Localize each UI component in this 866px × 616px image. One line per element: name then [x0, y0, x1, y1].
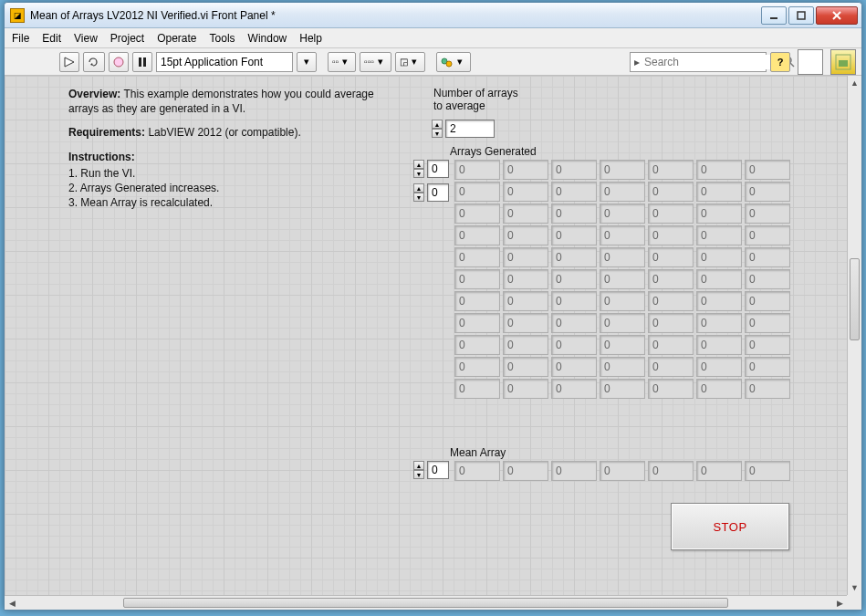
scroll-right-icon[interactable]: ▶: [832, 596, 847, 610]
scroll-up-icon[interactable]: ▲: [848, 76, 861, 90]
arrays-gen-cell[interactable]: 0: [648, 357, 694, 377]
mean-array-grid[interactable]: 0000000: [452, 459, 793, 483]
arrays-gen-cell[interactable]: 0: [648, 225, 694, 245]
arrays-gen-cell[interactable]: 0: [551, 269, 597, 289]
arrays-gen-cell[interactable]: 0: [696, 225, 742, 245]
arrays-gen-cell[interactable]: 0: [648, 313, 694, 333]
stop-button[interactable]: STOP: [671, 503, 789, 550]
search-box[interactable]: ▸: [630, 52, 767, 72]
resize-button[interactable]: ◲▾: [395, 52, 425, 72]
arrays-gen-cell[interactable]: 0: [600, 291, 645, 311]
arrays-gen-cell[interactable]: 0: [745, 313, 790, 333]
vi-icon[interactable]: [830, 49, 856, 75]
mean-cell[interactable]: 0: [745, 461, 790, 481]
arrays-gen-cell[interactable]: 0: [600, 225, 645, 245]
arrays-gen-cell[interactable]: 0: [503, 182, 548, 202]
arrays-gen-cell[interactable]: 0: [648, 160, 694, 180]
arrays-gen-cell[interactable]: 0: [600, 204, 645, 224]
arrays-gen-cell[interactable]: 0: [551, 357, 597, 377]
mean-cell[interactable]: 0: [454, 461, 500, 481]
scroll-down-icon[interactable]: ▼: [848, 580, 861, 595]
titlebar[interactable]: ◪ Mean of Arrays LV2012 NI Verified.vi F…: [5, 3, 861, 28]
front-panel[interactable]: Overview: This example demonstrates how …: [5, 76, 861, 610]
vertical-scrollbar[interactable]: ▲ ▼: [847, 76, 861, 595]
arrays-gen-cell[interactable]: 0: [551, 291, 597, 311]
arrays-gen-cell[interactable]: 0: [454, 313, 500, 333]
arrays-gen-cell[interactable]: 0: [551, 225, 597, 245]
arrays-gen-cell[interactable]: 0: [696, 291, 742, 311]
arrays-gen-cell[interactable]: 0: [551, 182, 597, 202]
arrays-gen-cell[interactable]: 0: [503, 269, 548, 289]
help-button[interactable]: ?: [770, 52, 790, 72]
close-button[interactable]: [816, 6, 858, 25]
arrays-gen-cell[interactable]: 0: [551, 313, 597, 333]
menu-edit[interactable]: Edit: [42, 32, 61, 45]
vi-icon-plain[interactable]: [798, 49, 823, 75]
arrays-gen-cell[interactable]: 0: [745, 291, 790, 311]
font-selector[interactable]: 15pt Application Font: [156, 52, 293, 72]
arrays-gen-cell[interactable]: 0: [600, 182, 645, 202]
menu-help[interactable]: Help: [299, 32, 322, 45]
menu-tools[interactable]: Tools: [210, 32, 235, 45]
arrays-gen-cell[interactable]: 0: [600, 160, 645, 180]
arrays-gen-cell[interactable]: 0: [454, 225, 500, 245]
arrays-gen-cell[interactable]: 0: [696, 379, 742, 399]
mean-cell[interactable]: 0: [648, 461, 694, 481]
arrays-gen-cell[interactable]: 0: [551, 247, 597, 267]
arrays-gen-cell[interactable]: 0: [696, 182, 742, 202]
arrays-gen-cell[interactable]: 0: [454, 204, 500, 224]
arrays-gen-cell[interactable]: 0: [745, 160, 790, 180]
search-input[interactable]: [642, 55, 783, 69]
arrays-gen-cell[interactable]: 0: [600, 247, 645, 267]
arrays-gen-cell[interactable]: 0: [745, 357, 790, 377]
arrays-gen-row-index[interactable]: ▲▼ 0: [413, 160, 449, 178]
arrays-gen-cell[interactable]: 0: [696, 204, 742, 224]
arrays-gen-cell[interactable]: 0: [696, 269, 742, 289]
horizontal-scrollbar[interactable]: ◀ ▶: [5, 595, 847, 610]
menu-project[interactable]: Project: [110, 32, 144, 45]
arrays-gen-cell[interactable]: 0: [551, 160, 597, 180]
menu-file[interactable]: File: [12, 32, 29, 45]
mean-cell[interactable]: 0: [551, 461, 597, 481]
arrays-gen-cell[interactable]: 0: [503, 225, 548, 245]
arrays-gen-cell[interactable]: 0: [454, 291, 500, 311]
arrays-gen-cell[interactable]: 0: [745, 335, 790, 355]
arrays-gen-cell[interactable]: 0: [745, 225, 790, 245]
arrays-gen-cell[interactable]: 0: [503, 291, 548, 311]
arrays-gen-cell[interactable]: 0: [745, 204, 790, 224]
mean-cell[interactable]: 0: [696, 461, 742, 481]
arrays-gen-cell[interactable]: 0: [503, 204, 548, 224]
arrays-gen-cell[interactable]: 0: [454, 247, 500, 267]
arrays-gen-cell[interactable]: 0: [745, 182, 790, 202]
pause-button[interactable]: [132, 52, 152, 72]
arrays-gen-cell[interactable]: 0: [696, 313, 742, 333]
arrays-gen-cell[interactable]: 0: [745, 269, 790, 289]
align-button[interactable]: ▫▫▾: [328, 52, 356, 72]
arrays-gen-cell[interactable]: 0: [648, 379, 694, 399]
arrays-gen-cell[interactable]: 0: [503, 247, 548, 267]
run-button[interactable]: [59, 52, 79, 72]
arrays-gen-cell[interactable]: 0: [503, 335, 548, 355]
arrays-gen-cell[interactable]: 0: [696, 160, 742, 180]
minimize-button[interactable]: [761, 6, 787, 25]
font-dropdown[interactable]: ▾: [297, 52, 317, 72]
distribute-button[interactable]: ▫▫▫▾: [360, 52, 391, 72]
arrays-gen-cell[interactable]: 0: [600, 313, 645, 333]
arrays-gen-cell[interactable]: 0: [551, 204, 597, 224]
num-arrays-control[interactable]: ▲▼ 2: [432, 120, 495, 138]
arrays-gen-cell[interactable]: 0: [503, 357, 548, 377]
arrays-gen-cell[interactable]: 0: [503, 160, 548, 180]
arrays-gen-cell[interactable]: 0: [600, 357, 645, 377]
num-arrays-value[interactable]: 2: [445, 120, 495, 138]
arrays-gen-cell[interactable]: 0: [600, 335, 645, 355]
mean-cell[interactable]: 0: [600, 461, 645, 481]
arrays-gen-cell[interactable]: 0: [551, 335, 597, 355]
arrays-gen-cell[interactable]: 0: [648, 291, 694, 311]
arrays-gen-cell[interactable]: 0: [454, 182, 500, 202]
arrays-gen-cell[interactable]: 0: [648, 204, 694, 224]
arrays-gen-col-index[interactable]: ▲▼ 0: [413, 183, 449, 202]
arrays-gen-cell[interactable]: 0: [454, 269, 500, 289]
hscroll-thumb[interactable]: [123, 598, 728, 608]
arrays-gen-cell[interactable]: 0: [454, 335, 500, 355]
arrays-gen-cell[interactable]: 0: [696, 247, 742, 267]
